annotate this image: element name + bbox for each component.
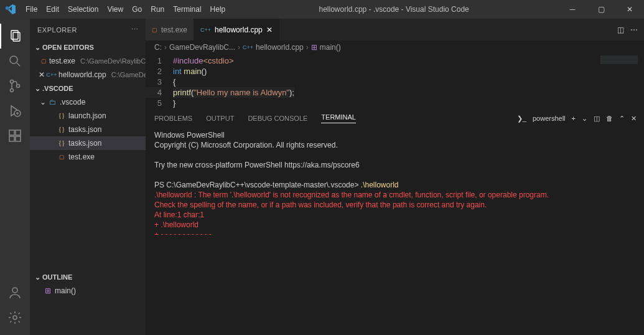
chevron-down-icon: ⌄ bbox=[32, 44, 42, 52]
file-icon: ▢ bbox=[152, 27, 157, 33]
svg-point-5 bbox=[11, 89, 14, 92]
panel-tab-output[interactable]: OUTPUT bbox=[206, 115, 234, 122]
menu-terminal[interactable]: Terminal bbox=[169, 0, 205, 19]
split-terminal-icon[interactable]: ◫ bbox=[594, 115, 600, 123]
search-tab[interactable] bbox=[0, 49, 30, 73]
bottom-panel: PROBLEMSOUTPUTDEBUG CONSOLETERMINAL❯_pow… bbox=[146, 108, 644, 235]
svg-point-2 bbox=[10, 56, 17, 64]
shell-name[interactable]: powershell bbox=[533, 115, 566, 122]
more-actions-icon[interactable]: ⋯ bbox=[630, 26, 638, 34]
file-icon: ▢ bbox=[57, 153, 66, 161]
settings-button[interactable] bbox=[0, 305, 30, 330]
close-panel-icon[interactable]: ✕ bbox=[631, 115, 637, 123]
workspace-header[interactable]: ⌄.VSCODE bbox=[30, 82, 146, 95]
source-control-tab[interactable] bbox=[0, 73, 30, 98]
close-icon[interactable]: ✕ bbox=[39, 70, 45, 79]
menu-run[interactable]: Run bbox=[146, 0, 169, 19]
terminal-icon: ❯_ bbox=[517, 115, 526, 123]
symbol-icon: ⊞ bbox=[44, 286, 52, 295]
close-icon[interactable]: ✕ bbox=[266, 26, 273, 34]
explorer-tab[interactable] bbox=[0, 24, 30, 49]
maximize-panel-icon[interactable]: ⌃ bbox=[619, 115, 625, 123]
svg-point-13 bbox=[12, 288, 17, 293]
terminal-dropdown-icon[interactable]: ⌄ bbox=[582, 115, 587, 123]
file-icon: C++ bbox=[200, 27, 211, 33]
svg-rect-11 bbox=[9, 136, 14, 141]
file-icon: C++ bbox=[47, 70, 56, 79]
window-controls: ─ ▢ ✕ bbox=[558, 0, 644, 19]
file-row[interactable]: ▢test.exe bbox=[30, 150, 146, 164]
folder-row[interactable]: ⌄ 🗀 .vscode bbox=[30, 95, 146, 109]
minimize-button[interactable]: ─ bbox=[558, 0, 587, 19]
editor-group: ▢test.exeC++helloworld.cpp✕◫⋯ C:› GameDe… bbox=[146, 19, 644, 335]
line-numbers: 12345 bbox=[146, 55, 173, 108]
menu-help[interactable]: Help bbox=[206, 0, 230, 19]
outline-header[interactable]: ⌄OUTLINE bbox=[30, 270, 146, 284]
outline-item[interactable]: ⊞main() bbox=[30, 284, 146, 298]
svg-line-3 bbox=[17, 63, 20, 66]
open-editor-item[interactable]: ▢test.exeC:\GameDev\RaylibC... bbox=[30, 54, 146, 68]
svg-point-6 bbox=[17, 85, 20, 88]
chevron-down-icon: ⌄ bbox=[32, 273, 42, 281]
file-row[interactable]: { }tasks.json bbox=[30, 123, 146, 136]
chevron-down-icon: ⌄ bbox=[40, 98, 46, 106]
kill-terminal-icon[interactable]: 🗑 bbox=[606, 115, 613, 122]
editor-tabs: ▢test.exeC++helloworld.cpp✕◫⋯ bbox=[146, 19, 644, 40]
file-icon: ▢ bbox=[41, 57, 47, 65]
sidebar-more-icon[interactable]: ⋯ bbox=[131, 26, 139, 34]
file-icon: { } bbox=[57, 125, 66, 134]
menu-edit[interactable]: Edit bbox=[42, 0, 63, 19]
file-row[interactable]: { }tasks.json bbox=[30, 136, 146, 150]
svg-point-14 bbox=[13, 316, 17, 319]
sidebar-header: EXPLORER ⋯ bbox=[30, 19, 146, 40]
run-debug-tab[interactable] bbox=[0, 98, 30, 123]
activity-bar bbox=[0, 19, 30, 335]
vscode-logo bbox=[0, 4, 21, 14]
svg-rect-1 bbox=[13, 32, 20, 41]
split-editor-icon[interactable]: ◫ bbox=[617, 26, 624, 34]
new-terminal-icon[interactable]: + bbox=[572, 115, 576, 122]
file-icon: { } bbox=[57, 139, 66, 148]
editor-tab[interactable]: C++helloworld.cpp✕ bbox=[194, 19, 279, 40]
svg-rect-10 bbox=[16, 130, 21, 135]
menu-selection[interactable]: Selection bbox=[63, 0, 103, 19]
panel-tab-problems[interactable]: PROBLEMS bbox=[154, 115, 192, 122]
svg-rect-9 bbox=[9, 130, 14, 135]
menu-go[interactable]: Go bbox=[128, 0, 146, 19]
menu-view[interactable]: View bbox=[103, 0, 128, 19]
svg-rect-12 bbox=[16, 136, 21, 141]
svg-point-4 bbox=[11, 80, 14, 83]
folder-icon: 🗀 bbox=[49, 98, 57, 106]
file-icon: { } bbox=[57, 111, 66, 120]
cpp-icon: C++ bbox=[243, 44, 253, 50]
explorer-sidebar: EXPLORER ⋯ ⌄OPEN EDITORS ▢test.exeC:\Gam… bbox=[30, 19, 146, 335]
panel-tab-terminal[interactable]: TERMINAL bbox=[321, 113, 356, 123]
titlebar: FileEditSelectionViewGoRunTerminalHelp h… bbox=[0, 0, 644, 19]
chevron-down-icon: ⌄ bbox=[32, 85, 42, 93]
close-button[interactable]: ✕ bbox=[615, 0, 644, 19]
panel-tabs: PROBLEMSOUTPUTDEBUG CONSOLETERMINAL❯_pow… bbox=[146, 109, 644, 128]
panel-tab-debug-console[interactable]: DEBUG CONSOLE bbox=[248, 115, 307, 122]
open-editors-header[interactable]: ⌄OPEN EDITORS bbox=[30, 40, 146, 54]
function-icon: ⊞ bbox=[311, 43, 317, 52]
open-editor-item[interactable]: ✕C++helloworld.cppC:\GameDev... bbox=[30, 68, 146, 82]
svg-rect-0 bbox=[11, 31, 18, 39]
maximize-button[interactable]: ▢ bbox=[587, 0, 615, 19]
minimap[interactable] bbox=[600, 55, 638, 64]
extensions-tab[interactable] bbox=[0, 123, 30, 148]
window-title: helloworld.cpp - .vscode - Visual Studio… bbox=[230, 5, 558, 14]
code-editor[interactable]: 12345 #include<cstdio>int main(){ printf… bbox=[146, 54, 644, 108]
accounts-button[interactable] bbox=[0, 280, 30, 305]
menu-bar: FileEditSelectionViewGoRunTerminalHelp bbox=[21, 0, 230, 19]
breadcrumb[interactable]: C:› GameDevRaylibC...› C++ helloworld.cp… bbox=[146, 40, 644, 54]
menu-file[interactable]: File bbox=[21, 0, 42, 19]
file-row[interactable]: { }launch.json bbox=[30, 109, 146, 123]
terminal[interactable]: Windows PowerShellCopyright (C) Microsof… bbox=[146, 128, 644, 235]
editor-tab[interactable]: ▢test.exe bbox=[146, 19, 194, 40]
